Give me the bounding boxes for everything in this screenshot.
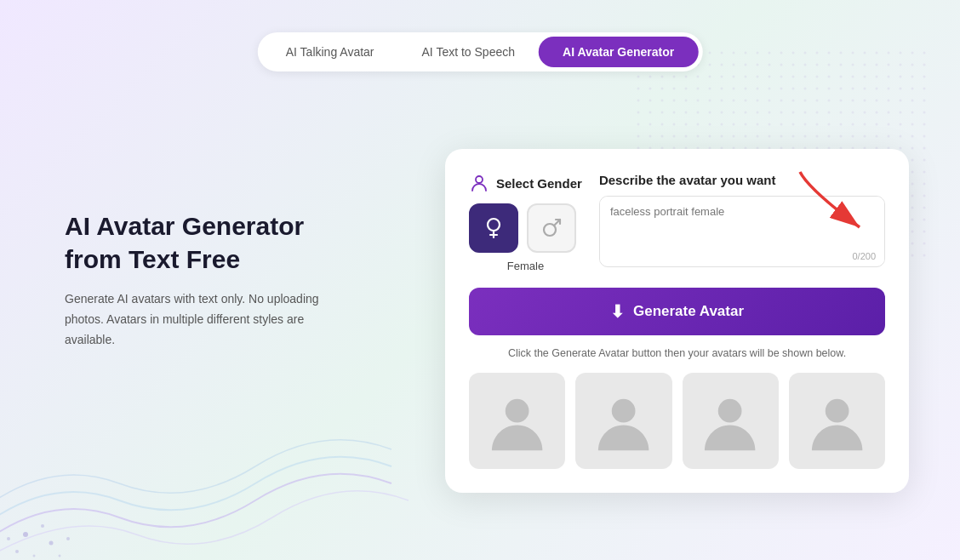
gender-male-btn[interactable]: [527, 203, 576, 253]
describe-textarea[interactable]: [600, 197, 884, 263]
svg-point-17: [506, 399, 529, 423]
nav-tabs: AI Talking Avatar AI Text to Speech AI A…: [258, 32, 703, 71]
gender-label: Select Gender: [496, 176, 582, 191]
avatars-row: [469, 373, 885, 469]
svg-point-7: [33, 555, 36, 557]
gender-female-btn[interactable]: [469, 203, 518, 253]
main-card: Select Gender F: [445, 149, 909, 493]
avatar-silhouette-2: [590, 387, 657, 454]
char-count: 0/200: [852, 251, 876, 261]
generate-avatar-button[interactable]: ⬇ Generate Avatar: [469, 288, 885, 335]
gender-options: [469, 203, 582, 253]
svg-point-5: [49, 541, 54, 546]
page-description: Generate AI avatars with text only. No u…: [65, 289, 337, 350]
svg-point-12: [488, 219, 500, 231]
svg-point-18: [612, 399, 636, 423]
hint-text: Click the Generate Avatar button then yo…: [469, 347, 885, 359]
tab-text-to-speech[interactable]: AI Text to Speech: [398, 37, 539, 67]
describe-textarea-wrap: 0/200: [599, 196, 885, 267]
avatar-placeholder-2: [575, 373, 671, 469]
avatar-placeholder-3: [683, 373, 779, 469]
gender-header: Select Gender: [469, 173, 582, 193]
top-row: Select Gender F: [469, 173, 885, 272]
avatar-silhouette-1: [483, 387, 551, 454]
generate-btn-label: Generate Avatar: [633, 303, 744, 320]
download-icon: ⬇: [610, 301, 625, 322]
svg-point-9: [7, 537, 10, 540]
svg-point-6: [66, 537, 70, 540]
svg-point-4: [15, 550, 19, 553]
svg-point-8: [59, 555, 61, 557]
svg-point-2: [23, 532, 28, 537]
gender-section: Select Gender F: [469, 173, 582, 272]
tab-avatar-generator[interactable]: AI Avatar Generator: [539, 37, 698, 67]
svg-point-19: [718, 399, 742, 423]
describe-label: Describe the avatar you want: [599, 173, 885, 187]
page-title: AI Avatar Generatorfrom Text Free: [65, 209, 337, 276]
avatar-silhouette-3: [696, 387, 763, 454]
left-content: AI Avatar Generatorfrom Text Free Genera…: [65, 209, 337, 350]
svg-point-11: [476, 176, 483, 183]
describe-section: Describe the avatar you want 0/200: [599, 173, 885, 267]
selected-gender-label: Female: [469, 260, 582, 272]
svg-point-3: [41, 524, 44, 528]
avatar-silhouette-4: [803, 387, 871, 454]
avatar-placeholder-1: [469, 373, 565, 469]
tab-talking-avatar[interactable]: AI Talking Avatar: [262, 37, 398, 67]
avatar-placeholder-4: [789, 373, 885, 469]
person-icon: [469, 173, 489, 193]
svg-point-20: [825, 399, 849, 423]
